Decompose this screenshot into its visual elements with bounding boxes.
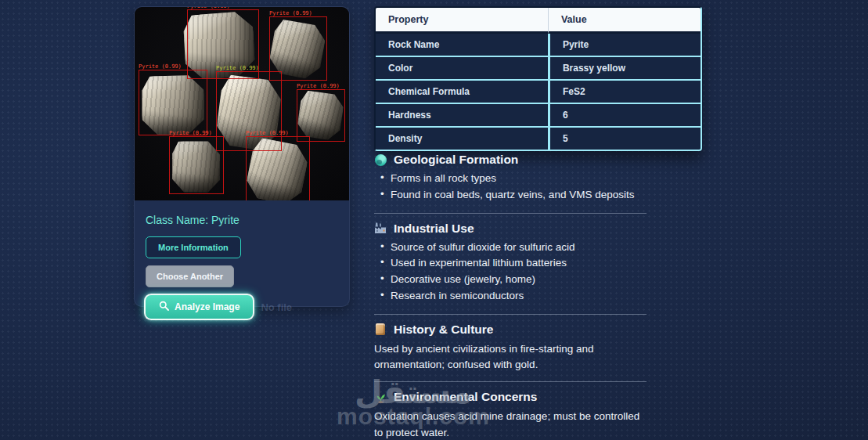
table-row: Density 5 [376, 128, 701, 150]
detection-card: Pyrite (0.99) Pyrite (0.99) Pyrite (0.99… [134, 6, 350, 307]
globe-icon [374, 153, 387, 166]
detection-bbox: Pyrite (0.99) [169, 136, 224, 194]
detection-card-body: Class Name: Pyrite More Information Choo… [135, 200, 349, 320]
section-heading: History & Culture [374, 323, 646, 337]
property-cell: Hardness [376, 104, 548, 128]
bullet-item: Source of sulfur dioxide for sulfuric ac… [374, 240, 646, 254]
bullet-item: Research in semiconductors [374, 289, 646, 303]
section-industrial-use: Industrial Use Source of sulfur dioxide … [374, 222, 646, 315]
more-information-button[interactable]: More Information [146, 236, 241, 258]
section-title: Environmental Concerns [394, 390, 537, 404]
table-row: Hardness 6 [376, 104, 701, 128]
section-geological-formation: Geological Formation Forms in all rock t… [374, 153, 646, 214]
table-row: Chemical Formula FeS2 [376, 81, 701, 104]
detected-rock-image: Pyrite (0.99) Pyrite (0.99) Pyrite (0.99… [135, 7, 349, 200]
scroll-icon [374, 323, 387, 336]
search-icon [159, 301, 169, 313]
bullet-item: Forms in all rock types [374, 171, 646, 186]
property-cell: Rock Name [376, 34, 548, 57]
table-row: Color Brassy yellow [376, 57, 701, 81]
section-environmental-concerns: Environmental Concerns Oxidation causes … [374, 390, 646, 440]
class-name-label: Class Name: Pyrite [146, 214, 340, 226]
property-cell: Density [376, 128, 548, 150]
table-header-row: Property Value [376, 8, 701, 34]
detection-bbox: Pyrite (0.99) [139, 70, 207, 135]
value-cell: FeS2 [548, 81, 701, 104]
properties-table: Property Value Rock Name Pyrite Color Br… [374, 6, 702, 151]
section-text: Oxidation causes acid mine drainage; mus… [374, 409, 646, 440]
detection-label: Pyrite (0.99) [216, 65, 259, 71]
detection-label: Pyrite (0.99) [269, 10, 312, 16]
property-cell: Chemical Formula [376, 81, 548, 104]
file-input-hint: No file [261, 301, 292, 313]
value-cell: Brassy yellow [548, 57, 701, 81]
detection-label: Pyrite (0.99) [246, 130, 289, 136]
detection-label: Pyrite (0.99) [139, 63, 182, 70]
detection-label: Pyrite (0.99) [169, 130, 212, 136]
analyze-row: Analyze Image No file [144, 294, 340, 320]
section-heading: Environmental Concerns [374, 390, 646, 404]
section-title: History & Culture [394, 323, 493, 337]
factory-icon [374, 222, 387, 235]
column-header-value: Value [548, 8, 701, 34]
bullet-item: Found in coal beds, quartz veins, and VM… [374, 188, 646, 202]
bullet-item: Decorative use (jewelry, home) [374, 272, 646, 287]
value-cell: 6 [548, 104, 701, 128]
detection-bbox: Pyrite (0.99) [246, 136, 310, 200]
property-cell: Color [376, 57, 548, 81]
value-cell: Pyrite [548, 34, 701, 57]
section-heading: Geological Formation [374, 153, 646, 167]
section-history-culture: History & Culture Used by ancient civili… [374, 323, 646, 383]
column-header-property: Property [376, 8, 548, 34]
choose-another-button[interactable]: Choose Another [146, 265, 234, 287]
app-background: { "colors": { "accent_teal": "#2dd4bf", … [0, 0, 868, 440]
section-heading: Industrial Use [374, 222, 646, 236]
info-sections: Geological Formation Forms in all rock t… [374, 151, 646, 440]
seedling-icon [374, 391, 387, 403]
table-row: Rock Name Pyrite [376, 34, 701, 57]
analyze-image-label: Analyze Image [175, 301, 240, 312]
detection-label: Pyrite (0.99) [297, 83, 340, 89]
value-cell: 5 [548, 128, 701, 150]
detection-label: Pyrite (0.99) [187, 7, 230, 9]
detection-bbox: Pyrite (0.99) [297, 89, 345, 142]
bullet-item: Used in experimental lithium batteries [374, 256, 646, 270]
section-title: Geological Formation [394, 153, 518, 167]
section-title: Industrial Use [394, 222, 474, 236]
section-text: Used by ancient civilizations in fire-st… [374, 341, 646, 373]
analyze-image-button[interactable]: Analyze Image [144, 294, 254, 320]
